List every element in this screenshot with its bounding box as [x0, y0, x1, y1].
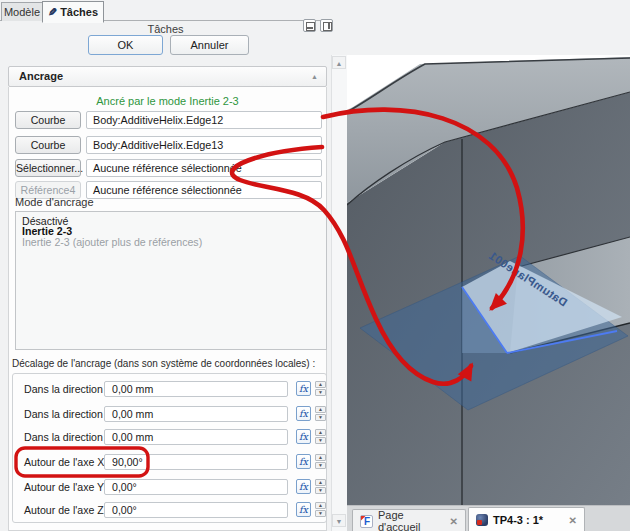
- pen-icon: ✎: [48, 6, 57, 19]
- spin-up-icon[interactable]: ▲: [315, 479, 326, 486]
- close-icon[interactable]: ✕: [569, 515, 577, 526]
- tab-document[interactable]: TP4-3 : 1* ✕: [468, 507, 585, 531]
- reference3-field[interactable]: Aucune référence sélectionnée: [86, 159, 322, 177]
- solid-model-canvas: [347, 55, 630, 505]
- scroll-down-icon[interactable]: ▼: [332, 514, 346, 527]
- spin-down-icon[interactable]: ▼: [315, 462, 326, 469]
- fx-button-axis-z[interactable]: fx: [296, 502, 311, 517]
- document-tab-bar: F Page d'accueil ✕ TP4-3 : 1* ✕: [347, 505, 630, 531]
- spin-up-icon[interactable]: ▲: [315, 381, 326, 388]
- offset-section-label: Décalage de l'ancrage (dans son système …: [12, 358, 315, 369]
- spin-up-icon[interactable]: ▲: [315, 429, 326, 436]
- dir-x-label: Dans la direction X: [24, 383, 113, 395]
- mode-option-inertie-more[interactable]: Inertie 2-3 (ajouter plus de références): [22, 237, 326, 247]
- tab-document-label: TP4-3 : 1*: [493, 514, 543, 526]
- axis-y-label: Autour de l'axe Y: [24, 481, 104, 493]
- reference4-field[interactable]: Aucune référence sélectionnée: [86, 181, 322, 199]
- select-button[interactable]: Sélectionner...: [15, 159, 81, 177]
- spin-down-icon[interactable]: ▼: [315, 487, 326, 494]
- axis-z-field[interactable]: 0,00°: [104, 502, 288, 518]
- axis-x-label: Autour de l'axe X: [24, 456, 104, 468]
- axis-y-field[interactable]: 0,00°: [104, 479, 288, 495]
- edge12-field[interactable]: Body:AdditiveHelix.Edge12: [86, 111, 322, 129]
- spin-up-icon[interactable]: ▲: [315, 406, 326, 413]
- anchor-mode-listbox[interactable]: Désactivé Inertie 2-3 Inertie 2-3 (ajout…: [15, 211, 327, 350]
- dir-y-field[interactable]: 0,00 mm: [104, 406, 288, 422]
- tab-home-label: Page d'accueil: [378, 509, 445, 531]
- scroll-up-icon[interactable]: ▲: [332, 56, 346, 69]
- anchor-status-text: Ancré par le mode Inertie 2-3: [8, 95, 327, 107]
- home-tab-icon: F: [360, 515, 373, 528]
- section-header-ancrage[interactable]: Ancrage ▲: [8, 66, 327, 87]
- fx-button-dir-y[interactable]: fx: [296, 406, 311, 421]
- fx-button-axis-x[interactable]: fx: [296, 454, 311, 469]
- mode-anchor-label: Mode d'ancrage: [15, 196, 94, 208]
- tab-model[interactable]: Modèle: [1, 2, 43, 21]
- axis-x-field[interactable]: 90,00°: [104, 454, 288, 470]
- tab-tasks-label: Tâches: [60, 6, 98, 18]
- fx-button-dir-z[interactable]: fx: [296, 429, 311, 444]
- spin-up-icon[interactable]: ▲: [315, 454, 326, 461]
- fx-button-dir-x[interactable]: fx: [296, 381, 311, 396]
- cancel-button[interactable]: Annuler: [170, 35, 249, 55]
- collapse-icon[interactable]: ▲: [311, 67, 318, 86]
- edge13-field[interactable]: Body:AdditiveHelix.Edge13: [86, 136, 322, 154]
- spin-down-icon[interactable]: ▼: [315, 437, 326, 444]
- spinner-axis-y[interactable]: ▲▼: [315, 479, 326, 495]
- courbe-button-2[interactable]: Courbe: [15, 136, 81, 154]
- ok-button[interactable]: OK: [88, 35, 163, 55]
- spin-down-icon[interactable]: ▼: [315, 389, 326, 396]
- close-icon[interactable]: ✕: [450, 516, 458, 527]
- spin-down-icon[interactable]: ▼: [315, 414, 326, 421]
- 3d-viewport[interactable]: DatumPlane001: [347, 55, 630, 505]
- dir-z-field[interactable]: 0,00 mm: [104, 429, 288, 445]
- spinner-axis-x[interactable]: ▲▼: [315, 454, 326, 470]
- spin-down-icon[interactable]: ▼: [315, 510, 326, 517]
- tab-home[interactable]: F Page d'accueil ✕: [352, 509, 466, 531]
- panel-scrollbar[interactable]: [331, 55, 347, 531]
- courbe-button-1[interactable]: Courbe: [15, 111, 81, 129]
- spin-up-icon[interactable]: ▲: [315, 502, 326, 509]
- section-title: Ancrage: [19, 70, 63, 82]
- spinner-dir-y[interactable]: ▲▼: [315, 406, 326, 422]
- dir-z-label: Dans la direction Z: [24, 431, 112, 443]
- axis-z-label: Autour de l'axe Z: [24, 504, 104, 516]
- tab-tasks[interactable]: ✎ Tâches: [42, 1, 104, 23]
- panel-title: Tâches: [0, 23, 331, 35]
- spinner-dir-x[interactable]: ▲▼: [315, 381, 326, 397]
- document-tab-icon: [476, 514, 488, 526]
- dock-window-icon[interactable]: [303, 19, 316, 32]
- dir-y-label: Dans la direction Y: [24, 408, 113, 420]
- spinner-dir-z[interactable]: ▲▼: [315, 429, 326, 445]
- dir-x-field[interactable]: 0,00 mm: [104, 381, 288, 397]
- float-window-icon[interactable]: [320, 19, 333, 32]
- spinner-axis-z[interactable]: ▲▼: [315, 502, 326, 518]
- fx-button-axis-y[interactable]: fx: [296, 479, 311, 494]
